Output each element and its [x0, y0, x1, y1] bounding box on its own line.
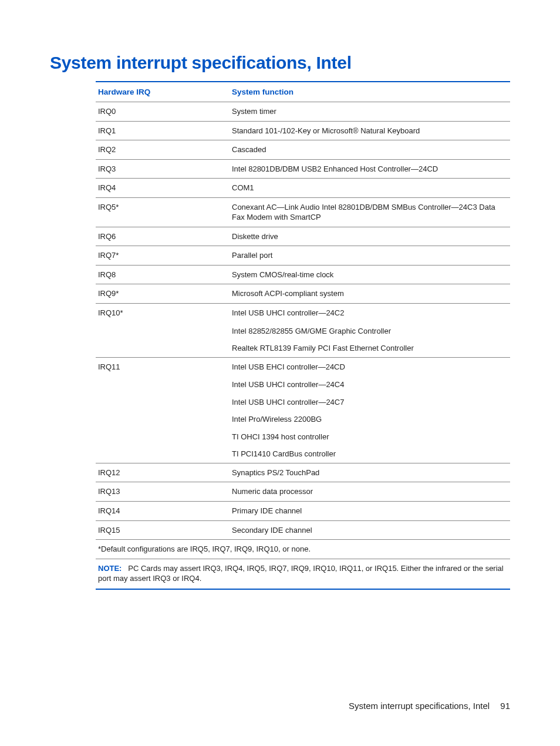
table-row: IRQ7*Parallel port: [96, 246, 510, 266]
function-cell: Intel USB UHCI controller—24C2: [230, 304, 510, 322]
table-row: Realtek RTL8139 Family PCI Fast Ethernet…: [96, 340, 510, 357]
irq-cell: IRQ8: [96, 265, 230, 284]
function-cell: Intel USB EHCI controller—24CD: [230, 357, 510, 376]
table-row: IRQ5*Conexant AC—Link Audio Intel 82801D…: [96, 197, 510, 227]
table-row: IRQ15Secondary IDE channel: [96, 520, 510, 540]
function-cell: COM1: [230, 179, 510, 198]
irq-cell: IRQ5*: [96, 197, 230, 227]
irq-table: Hardware IRQ System function IRQ0System …: [96, 81, 510, 559]
function-cell: Intel Pro/Wireless 2200BG: [230, 411, 510, 428]
irq-cell: IRQ3: [96, 159, 230, 179]
table-row: IRQ0System timer: [96, 102, 510, 122]
table-row: IRQ12Synaptics PS/2 TouchPad: [96, 463, 510, 482]
function-cell: System timer: [230, 102, 510, 122]
note-label: NOTE:: [98, 564, 122, 573]
table-row: IRQ6Diskette drive: [96, 227, 510, 246]
irq-cell: IRQ1: [96, 121, 230, 140]
function-cell: Realtek RTL8139 Family PCI Fast Ethernet…: [230, 340, 510, 357]
table-row: Intel Pro/Wireless 2200BG: [96, 411, 510, 428]
function-cell: Parallel port: [230, 246, 510, 266]
function-cell: System CMOS/real-time clock: [230, 265, 510, 284]
table-row: TI PCI1410 CardBus controller: [96, 445, 510, 463]
function-cell: Standard 101-/102-Key or Microsoft® Natu…: [230, 121, 510, 140]
table-row: IRQ11Intel USB EHCI controller—24CD: [96, 357, 510, 376]
table-row: IRQ9*Microsoft ACPI-compliant system: [96, 284, 510, 304]
irq-cell: [96, 428, 230, 446]
function-cell: Diskette drive: [230, 227, 510, 246]
irq-cell: [96, 376, 230, 394]
function-cell: Intel 82852/82855 GM/GME Graphic Control…: [230, 322, 510, 340]
footer-page-number: 91: [500, 701, 510, 711]
irq-cell: IRQ13: [96, 482, 230, 502]
page-heading: System interrupt specifications, Intel: [50, 53, 510, 73]
function-cell: Primary IDE channel: [230, 502, 510, 521]
th-system-function: System function: [230, 82, 510, 102]
irq-cell: IRQ11: [96, 357, 230, 376]
table-row: TI OHCI 1394 host controller: [96, 428, 510, 446]
irq-cell: IRQ10*: [96, 304, 230, 322]
irq-cell: IRQ2: [96, 140, 230, 160]
irq-cell: IRQ7*: [96, 246, 230, 266]
function-cell: Synaptics PS/2 TouchPad: [230, 463, 510, 482]
irq-cell: [96, 445, 230, 463]
table-row: IRQ3Intel 82801DB/DBM USB2 Enhanced Host…: [96, 159, 510, 179]
irq-cell: IRQ0: [96, 102, 230, 122]
note-section: NOTE: PC Cards may assert IRQ3, IRQ4, IR…: [96, 559, 510, 590]
table-row: IRQ1Standard 101-/102-Key or Microsoft® …: [96, 121, 510, 140]
table-row: IRQ8System CMOS/real-time clock: [96, 265, 510, 284]
page-footer: System interrupt specifications, Intel 9…: [349, 701, 510, 711]
irq-cell: IRQ4: [96, 179, 230, 198]
irq-cell: [96, 411, 230, 428]
table-row: IRQ13Numeric data processor: [96, 482, 510, 502]
table-row: Intel USB UHCI controller—24C7: [96, 394, 510, 411]
footer-text: System interrupt specifications, Intel: [349, 701, 490, 711]
table-row: IRQ10*Intel USB UHCI controller—24C2: [96, 304, 510, 322]
irq-cell: IRQ15: [96, 520, 230, 540]
function-cell: Intel 82801DB/DBM USB2 Enhanced Host Con…: [230, 159, 510, 179]
table-row: IRQ2Cascaded: [96, 140, 510, 160]
function-cell: Intel USB UHCI controller—24C7: [230, 394, 510, 411]
irq-cell: [96, 394, 230, 411]
function-cell: Cascaded: [230, 140, 510, 160]
footnote-cell: *Default configurations are IRQ5, IRQ7, …: [96, 540, 510, 559]
th-hardware-irq: Hardware IRQ: [96, 82, 230, 102]
function-cell: Numeric data processor: [230, 482, 510, 502]
table-row: Intel 82852/82855 GM/GME Graphic Control…: [96, 322, 510, 340]
function-cell: Microsoft ACPI-compliant system: [230, 284, 510, 304]
function-cell: TI PCI1410 CardBus controller: [230, 445, 510, 463]
note-body: PC Cards may assert IRQ3, IRQ4, IRQ5, IR…: [98, 564, 504, 583]
irq-cell: IRQ6: [96, 227, 230, 246]
function-cell: TI OHCI 1394 host controller: [230, 428, 510, 446]
irq-cell: [96, 322, 230, 340]
irq-cell: [96, 340, 230, 357]
irq-cell: IRQ9*: [96, 284, 230, 304]
irq-cell: IRQ12: [96, 463, 230, 482]
table-row: Intel USB UHCI controller—24C4: [96, 376, 510, 394]
function-cell: Secondary IDE channel: [230, 520, 510, 540]
function-cell: Intel USB UHCI controller—24C4: [230, 376, 510, 394]
irq-cell: IRQ14: [96, 502, 230, 521]
table-row: IRQ14Primary IDE channel: [96, 502, 510, 521]
function-cell: Conexant AC—Link Audio Intel 82801DB/DBM…: [230, 197, 510, 227]
footnote-row: *Default configurations are IRQ5, IRQ7, …: [96, 540, 510, 559]
table-row: IRQ4COM1: [96, 179, 510, 198]
